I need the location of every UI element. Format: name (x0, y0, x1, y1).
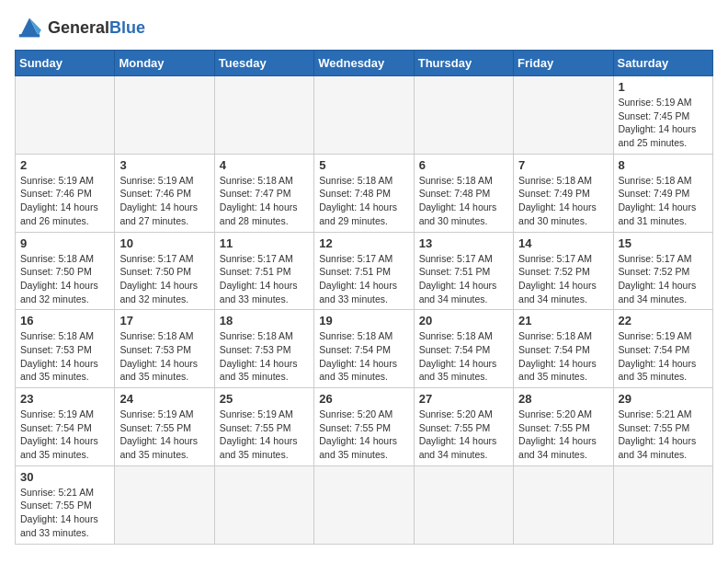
day-number: 10 (119, 236, 209, 250)
calendar-cell: 6Sunrise: 5:18 AM Sunset: 7:48 PM Daylig… (414, 154, 513, 232)
day-info: Sunrise: 5:20 AM Sunset: 7:55 PM Dayligh… (518, 408, 608, 462)
day-info: Sunrise: 5:18 AM Sunset: 7:53 PM Dayligh… (220, 329, 309, 384)
calendar-cell: 22Sunrise: 5:19 AM Sunset: 7:54 PM Dayli… (613, 310, 712, 388)
day-info: Sunrise: 5:20 AM Sunset: 7:55 PM Dayligh… (319, 408, 408, 462)
day-number: 28 (518, 392, 608, 406)
day-number: 5 (319, 158, 408, 172)
calendar-cell: 13Sunrise: 5:17 AM Sunset: 7:51 PM Dayli… (414, 232, 513, 310)
day-number: 12 (319, 236, 408, 250)
calendar-cell (514, 465, 613, 544)
day-number: 21 (518, 314, 608, 327)
day-number: 3 (119, 158, 209, 172)
calendar-cell: 15Sunrise: 5:17 AM Sunset: 7:52 PM Dayli… (613, 232, 712, 310)
day-info: Sunrise: 5:19 AM Sunset: 7:54 PM Dayligh… (619, 329, 708, 384)
day-info: Sunrise: 5:19 AM Sunset: 7:45 PM Dayligh… (619, 96, 708, 150)
day-number: 30 (20, 470, 109, 484)
calendar-cell: 5Sunrise: 5:18 AM Sunset: 7:48 PM Daylig… (314, 154, 414, 232)
day-header-saturday: Saturday (613, 51, 712, 76)
calendar-cell (115, 465, 214, 544)
calendar-table: SundayMondayTuesdayWednesdayThursdayFrid… (15, 50, 713, 545)
logo-text: GeneralBlue (48, 18, 145, 38)
calendar-cell: 9Sunrise: 5:18 AM Sunset: 7:50 PM Daylig… (16, 232, 115, 310)
calendar-cell: 25Sunrise: 5:19 AM Sunset: 7:55 PM Dayli… (214, 388, 313, 466)
day-header-wednesday: Wednesday (314, 51, 414, 76)
calendar-cell: 3Sunrise: 5:19 AM Sunset: 7:46 PM Daylig… (115, 154, 214, 232)
calendar-cell: 27Sunrise: 5:20 AM Sunset: 7:55 PM Dayli… (414, 388, 513, 466)
calendar-week-1: 1Sunrise: 5:19 AM Sunset: 7:45 PM Daylig… (16, 76, 713, 155)
day-number: 7 (518, 158, 608, 172)
day-number: 26 (319, 392, 408, 406)
calendar-week-6: 30Sunrise: 5:21 AM Sunset: 7:55 PM Dayli… (16, 465, 713, 544)
day-info: Sunrise: 5:18 AM Sunset: 7:54 PM Dayligh… (419, 329, 508, 384)
calendar-cell (16, 76, 115, 155)
calendar-cell: 30Sunrise: 5:21 AM Sunset: 7:55 PM Dayli… (16, 465, 115, 544)
day-info: Sunrise: 5:19 AM Sunset: 7:55 PM Dayligh… (119, 408, 209, 462)
day-number: 20 (419, 314, 508, 327)
calendar-cell: 2Sunrise: 5:19 AM Sunset: 7:46 PM Daylig… (16, 154, 115, 232)
day-number: 11 (220, 236, 309, 250)
day-number: 27 (419, 392, 508, 406)
day-info: Sunrise: 5:18 AM Sunset: 7:54 PM Dayligh… (319, 329, 408, 384)
day-headers-row: SundayMondayTuesdayWednesdayThursdayFrid… (16, 51, 713, 76)
calendar-cell: 12Sunrise: 5:17 AM Sunset: 7:51 PM Dayli… (314, 232, 414, 310)
day-number: 18 (220, 314, 309, 327)
calendar-cell: 29Sunrise: 5:21 AM Sunset: 7:55 PM Dayli… (613, 388, 712, 466)
day-number: 9 (20, 236, 109, 250)
calendar-cell (115, 76, 214, 155)
calendar-cell (414, 465, 513, 544)
calendar-cell (414, 76, 513, 155)
day-number: 25 (220, 392, 309, 406)
calendar-cell: 26Sunrise: 5:20 AM Sunset: 7:55 PM Dayli… (314, 388, 414, 466)
day-number: 15 (619, 236, 708, 250)
day-info: Sunrise: 5:18 AM Sunset: 7:53 PM Dayligh… (119, 329, 209, 384)
calendar-cell (314, 76, 414, 155)
calendar-cell (314, 465, 414, 544)
day-info: Sunrise: 5:17 AM Sunset: 7:50 PM Dayligh… (119, 252, 209, 306)
day-number: 14 (518, 236, 608, 250)
day-info: Sunrise: 5:18 AM Sunset: 7:50 PM Dayligh… (20, 252, 109, 306)
day-number: 2 (20, 158, 109, 172)
day-info: Sunrise: 5:19 AM Sunset: 7:55 PM Dayligh… (220, 408, 309, 462)
day-info: Sunrise: 5:20 AM Sunset: 7:55 PM Dayligh… (419, 408, 508, 462)
calendar-cell (214, 76, 313, 155)
calendar-cell: 10Sunrise: 5:17 AM Sunset: 7:50 PM Dayli… (115, 232, 214, 310)
day-number: 1 (619, 80, 708, 94)
day-info: Sunrise: 5:18 AM Sunset: 7:49 PM Dayligh… (619, 174, 708, 228)
day-info: Sunrise: 5:18 AM Sunset: 7:48 PM Dayligh… (419, 174, 508, 228)
calendar-cell: 20Sunrise: 5:18 AM Sunset: 7:54 PM Dayli… (414, 310, 513, 388)
day-info: Sunrise: 5:19 AM Sunset: 7:46 PM Dayligh… (119, 174, 209, 228)
calendar-cell: 4Sunrise: 5:18 AM Sunset: 7:47 PM Daylig… (214, 154, 313, 232)
logo: GeneralBlue (15, 15, 145, 40)
calendar-cell: 28Sunrise: 5:20 AM Sunset: 7:55 PM Dayli… (514, 388, 613, 466)
calendar-cell: 19Sunrise: 5:18 AM Sunset: 7:54 PM Dayli… (314, 310, 414, 388)
day-info: Sunrise: 5:19 AM Sunset: 7:54 PM Dayligh… (20, 408, 109, 462)
day-info: Sunrise: 5:18 AM Sunset: 7:49 PM Dayligh… (518, 174, 608, 228)
day-number: 8 (619, 158, 708, 172)
day-number: 4 (220, 158, 309, 172)
day-info: Sunrise: 5:17 AM Sunset: 7:51 PM Dayligh… (319, 252, 408, 306)
calendar-week-3: 9Sunrise: 5:18 AM Sunset: 7:50 PM Daylig… (16, 232, 713, 310)
day-info: Sunrise: 5:17 AM Sunset: 7:52 PM Dayligh… (518, 252, 608, 306)
day-info: Sunrise: 5:21 AM Sunset: 7:55 PM Dayligh… (619, 408, 708, 462)
calendar-cell: 17Sunrise: 5:18 AM Sunset: 7:53 PM Dayli… (115, 310, 214, 388)
calendar-week-2: 2Sunrise: 5:19 AM Sunset: 7:46 PM Daylig… (16, 154, 713, 232)
calendar-cell: 18Sunrise: 5:18 AM Sunset: 7:53 PM Dayli… (214, 310, 313, 388)
calendar-cell: 7Sunrise: 5:18 AM Sunset: 7:49 PM Daylig… (514, 154, 613, 232)
day-header-monday: Monday (115, 51, 214, 76)
day-number: 29 (619, 392, 708, 406)
calendar-week-4: 16Sunrise: 5:18 AM Sunset: 7:53 PM Dayli… (16, 310, 713, 388)
day-info: Sunrise: 5:18 AM Sunset: 7:47 PM Dayligh… (220, 174, 309, 228)
calendar-body: 1Sunrise: 5:19 AM Sunset: 7:45 PM Daylig… (16, 76, 713, 545)
calendar-cell: 8Sunrise: 5:18 AM Sunset: 7:49 PM Daylig… (613, 154, 712, 232)
day-header-sunday: Sunday (16, 51, 115, 76)
calendar-cell: 14Sunrise: 5:17 AM Sunset: 7:52 PM Dayli… (514, 232, 613, 310)
day-number: 22 (619, 314, 708, 327)
day-number: 6 (419, 158, 508, 172)
day-info: Sunrise: 5:17 AM Sunset: 7:52 PM Dayligh… (619, 252, 708, 306)
day-number: 17 (119, 314, 209, 327)
svg-rect-2 (19, 34, 40, 37)
calendar-header: SundayMondayTuesdayWednesdayThursdayFrid… (16, 51, 713, 76)
calendar-cell (214, 465, 313, 544)
calendar-cell: 21Sunrise: 5:18 AM Sunset: 7:54 PM Dayli… (514, 310, 613, 388)
calendar-cell (514, 76, 613, 155)
